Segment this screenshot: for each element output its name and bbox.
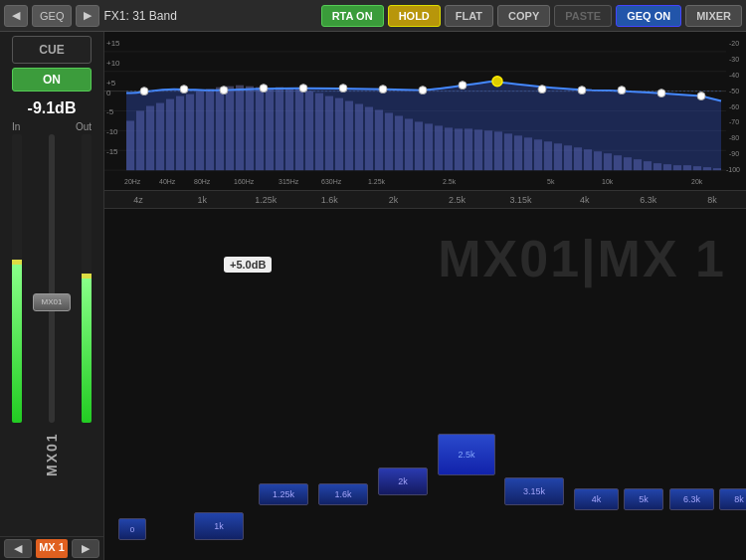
eq-band-8k-label: 8k [734, 494, 744, 504]
sidebar-bottom-nav: ◀ MX 1 ▶ [0, 536, 103, 560]
in-out-labels: In Out [12, 121, 92, 132]
eq-bands-area: 1k 1.25k 1.6k 2k 2.5k [104, 321, 746, 560]
freq-label-16k: 1.6k [297, 195, 361, 205]
svg-text:-15: -15 [106, 147, 118, 156]
eq-band-1k[interactable]: 1k [194, 512, 244, 540]
svg-text:-80: -80 [729, 134, 739, 141]
geq-nav-button[interactable]: GEQ [32, 5, 72, 27]
output-meter [82, 134, 92, 423]
eq-band-125k[interactable]: 1.25k [259, 483, 308, 505]
svg-point-85 [180, 86, 188, 93]
output-meter-fill [82, 279, 92, 423]
svg-point-88 [299, 85, 307, 93]
svg-text:-40: -40 [729, 72, 739, 79]
svg-point-90 [379, 86, 387, 93]
svg-point-95 [578, 87, 586, 94]
svg-text:-70: -70 [729, 118, 739, 125]
svg-text:40Hz: 40Hz [159, 178, 176, 185]
freq-label-1k: 1k [170, 195, 234, 205]
mx-title-label: MX01|MX 1 [438, 229, 726, 288]
svg-text:80Hz: 80Hz [194, 178, 211, 185]
svg-point-93 [492, 77, 502, 87]
sidebar-next-button[interactable]: ▶ [72, 539, 99, 558]
channel-vertical-label: MX01 [12, 425, 92, 484]
eq-band-125k-label: 1.25k [273, 489, 294, 499]
mixer-button[interactable]: MIXER [685, 5, 742, 27]
paste-button[interactable]: PASTE [554, 5, 612, 27]
eq-band-8k[interactable]: 8k [719, 488, 746, 510]
svg-point-94 [538, 86, 546, 93]
mx-display[interactable]: MX01|MX 1 +5.0dB 1k 1.25k 1.6k 2k [104, 209, 746, 560]
sidebar-prev-button[interactable]: ◀ [4, 539, 32, 558]
db-display: -9.1dB [28, 99, 77, 117]
svg-point-87 [260, 85, 268, 93]
fx-title-label: FX1: 31 Band [103, 9, 312, 23]
freq-label-125k: 1.25k [234, 195, 297, 205]
fader-track-container: MX01 [26, 134, 78, 423]
eq-band-4k-label: 4k [592, 494, 602, 504]
nav-next-button[interactable]: ▶ [76, 5, 99, 27]
svg-point-91 [419, 87, 427, 94]
input-meter [12, 134, 22, 423]
eq-band-16k-label: 1.6k [334, 489, 351, 499]
svg-text:+10: +10 [106, 59, 120, 68]
fader-area: MX01 [12, 134, 92, 423]
eq-graph-area[interactable]: +15 +10 +5 0 -5 -10 -15 -20 -30 -40 -50 … [104, 32, 746, 191]
eq-band-315k[interactable]: 3.15k [504, 477, 564, 505]
svg-text:-30: -30 [729, 56, 739, 63]
svg-text:315Hz: 315Hz [279, 178, 299, 185]
eq-band-5k-label: 5k [639, 494, 649, 504]
svg-text:+15: +15 [106, 39, 120, 48]
top-bar: ◀ GEQ ▶ FX1: 31 Band RTA ON HOLD FLAT CO… [0, 0, 746, 32]
content-area: +15 +10 +5 0 -5 -10 -15 -20 -30 -40 -50 … [104, 32, 746, 560]
svg-text:0: 0 [106, 89, 111, 97]
freq-label-63k: 6.3k [617, 195, 680, 205]
svg-text:-100: -100 [726, 166, 740, 173]
fader-handle[interactable]: MX01 [33, 293, 71, 311]
eq-band-315k-label: 3.15k [523, 486, 545, 496]
freq-label-8k: 8k [680, 195, 744, 205]
on-button[interactable]: ON [12, 68, 92, 92]
in-label: In [12, 121, 20, 132]
freq-label-315k: 3.15k [489, 195, 553, 205]
eq-band-4k[interactable]: 4k [574, 488, 619, 510]
flat-button[interactable]: FLAT [445, 5, 493, 27]
eq-band-16k[interactable]: 1.6k [318, 483, 368, 505]
cue-button[interactable]: CUE [12, 36, 92, 64]
hold-button[interactable]: HOLD [388, 5, 441, 27]
copy-button[interactable]: COPY [497, 5, 550, 27]
eq-band-25k[interactable]: 2.5k [438, 434, 495, 475]
eq-band-1k-label: 1k [214, 521, 224, 531]
gain-label: +5.0dB [224, 257, 272, 273]
svg-point-89 [339, 85, 347, 93]
svg-text:+5: +5 [106, 79, 116, 88]
main-layout: CUE ON -9.1dB In Out MX01 [0, 32, 746, 560]
sidebar: CUE ON -9.1dB In Out MX01 [0, 32, 104, 560]
svg-point-98 [697, 93, 705, 100]
svg-text:20k: 20k [691, 178, 703, 185]
eq-band-2k[interactable]: 2k [378, 467, 428, 495]
eq-graph-canvas[interactable]: +15 +10 +5 0 -5 -10 -15 -20 -30 -40 -50 … [104, 32, 746, 190]
nav-prev-button[interactable]: ◀ [4, 5, 28, 27]
svg-point-86 [220, 87, 228, 94]
svg-text:-20: -20 [729, 40, 739, 47]
freq-label-4k: 4k [553, 195, 617, 205]
output-meter-yellow [82, 274, 92, 279]
svg-text:20Hz: 20Hz [124, 178, 141, 185]
svg-text:-60: -60 [729, 103, 739, 110]
eq-band-0[interactable]: 0 [118, 518, 146, 540]
svg-text:160Hz: 160Hz [234, 178, 255, 185]
svg-text:5k: 5k [547, 178, 555, 185]
fader-handle-label: MX01 [42, 297, 63, 306]
svg-text:2.5k: 2.5k [443, 178, 457, 185]
svg-text:10k: 10k [602, 178, 614, 185]
geq-on-button[interactable]: GEQ ON [616, 5, 681, 27]
eq-band-5k[interactable]: 5k [624, 488, 663, 510]
rta-on-button[interactable]: RTA ON [321, 5, 384, 27]
svg-text:-90: -90 [729, 150, 739, 157]
svg-point-97 [657, 90, 665, 97]
input-meter-fill [12, 265, 22, 424]
eq-band-63k[interactable]: 6.3k [669, 488, 714, 510]
freq-label-2k: 2k [361, 195, 425, 205]
freq-ruler: 4z 1k 1.25k 1.6k 2k 2.5k 3.15k 4k 6.3k 8… [104, 191, 746, 209]
